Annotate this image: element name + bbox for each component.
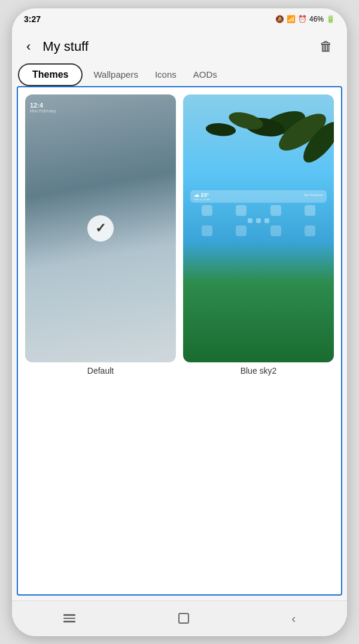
theme-thumbnail-default: 12:4 Mon February ✓ bbox=[25, 94, 176, 362]
back-nav-button[interactable]: ‹ bbox=[277, 607, 310, 630]
theme-item-bluesky2[interactable]: ☁ 23° San Francisco FAIR 12:46 AM ○ bbox=[183, 94, 334, 376]
tab-aods[interactable]: AODs bbox=[185, 63, 226, 86]
checkmark-icon: ✓ bbox=[87, 215, 114, 242]
battery-text: 46% bbox=[309, 15, 324, 23]
phone-frame: 3:27 🔕 📶 ⏰ 46% 🔋 ‹ My stuff 🗑 Themes Wal… bbox=[12, 8, 347, 636]
status-time: 3:27 bbox=[24, 14, 41, 24]
header: ‹ My stuff 🗑 bbox=[12, 30, 347, 63]
theme-thumbnail-bluesky2: ☁ 23° San Francisco FAIR 12:46 AM ○ bbox=[183, 94, 334, 362]
back-button[interactable]: ‹ bbox=[22, 36, 35, 57]
alarm-icon: ⏰ bbox=[298, 15, 307, 23]
home-button[interactable] bbox=[164, 608, 203, 628]
bottom-nav: ‹ bbox=[12, 600, 347, 636]
tabs-container: Themes Wallpapers Icons AODs bbox=[12, 63, 347, 86]
status-icons: 🔕 📶 ⏰ 46% 🔋 bbox=[275, 15, 335, 23]
wifi-icon: 📶 bbox=[287, 15, 296, 23]
battery-icon: 🔋 bbox=[326, 15, 335, 23]
page-title: My stuff bbox=[42, 39, 315, 54]
back-nav-icon: ‹ bbox=[291, 612, 296, 625]
svg-point-5 bbox=[205, 122, 236, 137]
recent-apps-button[interactable] bbox=[49, 609, 90, 627]
status-bar: 3:27 🔕 📶 ⏰ 46% 🔋 bbox=[12, 8, 347, 30]
tab-themes[interactable]: Themes bbox=[18, 63, 83, 86]
theme-label-bluesky2: Blue sky2 bbox=[241, 366, 277, 376]
theme-item-default[interactable]: 12:4 Mon February ✓ Default bbox=[25, 94, 176, 376]
home-icon bbox=[178, 613, 189, 624]
theme-label-default: Default bbox=[87, 366, 114, 376]
recent-apps-icon bbox=[63, 614, 75, 622]
content-area: 12:4 Mon February ✓ Default bbox=[17, 86, 342, 596]
tab-icons[interactable]: Icons bbox=[147, 63, 185, 86]
tab-wallpapers[interactable]: Wallpapers bbox=[85, 63, 146, 86]
themes-grid: 12:4 Mon February ✓ Default bbox=[18, 87, 341, 383]
mute-icon: 🔕 bbox=[275, 15, 284, 23]
trash-icon: 🗑 bbox=[320, 39, 333, 54]
delete-button[interactable]: 🗑 bbox=[315, 36, 337, 57]
checkmark-overlay: ✓ bbox=[25, 94, 176, 362]
